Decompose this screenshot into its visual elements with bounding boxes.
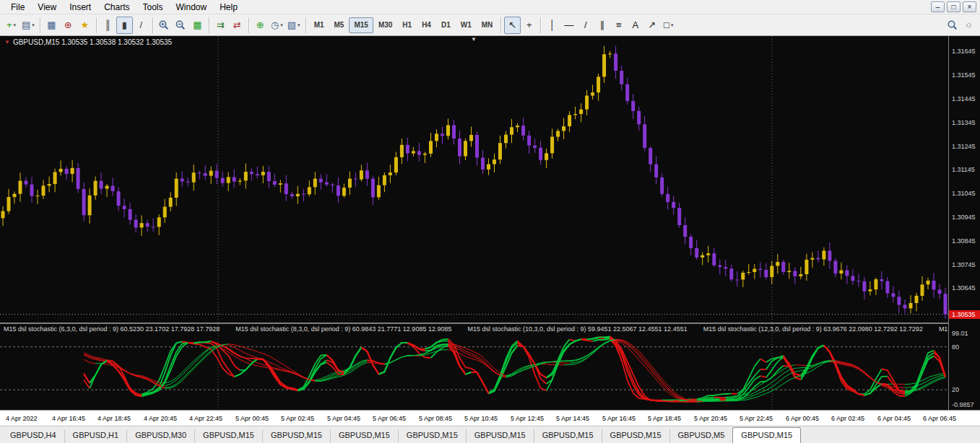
timeframe-h1-button[interactable]: H1	[397, 17, 417, 33]
indicator-label: M15 dsl stochastic (8,3,0, dsl period : …	[235, 325, 451, 333]
periods-button[interactable]: ◷▾	[269, 17, 285, 34]
vertical-line-button[interactable]: │	[544, 17, 560, 34]
indicator-pane[interactable]: M15 dsl stochastic (6,3,0, dsl period : …	[0, 324, 948, 410]
auto-scroll-button[interactable]: ⇉	[212, 17, 229, 34]
ellipse-button[interactable]: ○	[961, 17, 977, 34]
toolbar-separator	[500, 17, 501, 33]
toolbar-separator	[540, 17, 541, 33]
line-chart-button[interactable]: /	[133, 17, 149, 34]
market-watch-button[interactable]: ▦	[43, 17, 60, 34]
indicator-label: M15 dsl stochastic (10,3,0, dsl period :…	[467, 325, 687, 333]
menu-help[interactable]: Help	[213, 1, 244, 14]
chart-tab[interactable]: GBPUSD,M15	[331, 429, 399, 443]
indicator-label: M15 dsl stochastic (12,3,0, dsl period :…	[703, 325, 923, 333]
text-button[interactable]: A	[627, 17, 643, 34]
chart-tab[interactable]: GBPUSD,M15	[602, 429, 670, 443]
price-axis[interactable]: 1.316451.315451.314451.313451.312451.311…	[948, 36, 980, 410]
menu-view[interactable]: View	[31, 1, 63, 14]
vertical-line-icon: │	[550, 20, 555, 30]
timeframe-mn-button[interactable]: MN	[477, 17, 498, 33]
menu-insert[interactable]: Insert	[63, 1, 97, 14]
favorites-button[interactable]: ★	[77, 17, 93, 34]
close-button[interactable]: ×	[963, 1, 976, 12]
mt4-window: FileViewInsertChartsToolsWindowHelp–□× +…	[0, 0, 980, 443]
new-chart-button[interactable]: +▾	[3, 17, 19, 34]
window-controls: –□×	[931, 1, 980, 12]
symbol-ohlc-text: GBPUSD,M15 1.30535 1.30538 1.30532 1.305…	[13, 38, 172, 46]
trendline-button[interactable]: /	[577, 17, 594, 34]
timeframe-m30-button[interactable]: M30	[373, 17, 397, 33]
arrows-button[interactable]: ↗	[643, 17, 660, 34]
chart-tab[interactable]: GBPUSD,M15	[195, 429, 263, 443]
grid-button[interactable]: ▦	[189, 17, 206, 34]
chart-panes: ▼ GBPUSD,M15 1.30535 1.30538 1.30532 1.3…	[0, 36, 948, 410]
time-axis-label: 5 Apr 18:45	[648, 415, 681, 422]
search-button[interactable]	[944, 17, 961, 34]
indicator-label: M15 dsl sto	[939, 325, 948, 333]
chart-tab-active[interactable]: GBPUSD,M15	[732, 427, 801, 443]
cursor-button[interactable]: ↖	[504, 17, 521, 34]
chart-tab[interactable]: GBPUSD,H1	[65, 429, 128, 443]
bar-chart-button[interactable]: ║	[100, 17, 116, 34]
candlestick-svg[interactable]	[0, 36, 948, 323]
templates-button[interactable]: ▧▾	[285, 17, 303, 34]
timeframe-w1-button[interactable]: W1	[456, 17, 477, 33]
candlestick-chart-button[interactable]: ▮	[116, 17, 133, 34]
timeframe-h4-button[interactable]: H4	[417, 17, 436, 33]
menu-tools[interactable]: Tools	[136, 1, 170, 14]
new-order-button[interactable]: ⊕	[60, 17, 77, 34]
zoom-out-icon	[175, 19, 186, 31]
market-watch-icon: ▦	[47, 20, 56, 30]
time-axis-label: 5 Apr 00:45	[235, 415, 269, 422]
menu-charts[interactable]: Charts	[97, 1, 136, 14]
minimize-button[interactable]: –	[931, 1, 945, 12]
horizontal-line-button[interactable]: —	[560, 17, 577, 34]
fibonacci-icon: ≡	[616, 20, 622, 30]
price-axis-label: 1.31245	[952, 143, 976, 150]
stochastic-svg[interactable]	[0, 324, 948, 410]
dropdown-arrow-icon: ▾	[280, 22, 283, 28]
auto-scroll-icon: ⇉	[217, 20, 225, 30]
time-axis-label: 6 Apr 02:45	[831, 415, 864, 422]
chart-tab[interactable]: GBPUSD,M30	[127, 429, 195, 443]
crosshair-icon: +	[526, 20, 532, 30]
chart-shift-button[interactable]: ⇄	[229, 17, 246, 34]
time-axis-label: 4 Apr 18:45	[97, 415, 131, 422]
zoom-in-button[interactable]	[156, 17, 173, 34]
channel-button[interactable]: ∥	[594, 17, 610, 34]
fibonacci-button[interactable]: ≡	[610, 17, 627, 34]
dropdown-arrow-icon: ▾	[671, 22, 674, 28]
chart-shift-icon: ⇄	[233, 20, 241, 30]
price-axis-label: 1.30945	[952, 214, 976, 221]
zoom-in-icon	[158, 19, 170, 31]
chart-tab[interactable]: GBPUSD,H4	[2, 429, 65, 443]
chart-shift-marker[interactable]: ▼	[471, 36, 477, 43]
time-axis-label: 5 Apr 08:45	[419, 415, 452, 422]
price-chart-pane[interactable]: ▼ GBPUSD,M15 1.30535 1.30538 1.30532 1.3…	[0, 36, 948, 323]
timeframe-m5-button[interactable]: M5	[329, 17, 350, 33]
chart-window: ▼ GBPUSD,M15 1.30535 1.30538 1.30532 1.3…	[0, 36, 980, 410]
chart-tabs-bar: GBPUSD,H4GBPUSD,H1GBPUSD,M30GBPUSD,M15GB…	[0, 426, 980, 443]
timeframe-m1-button[interactable]: M1	[309, 17, 329, 33]
shapes-button[interactable]: □▾	[660, 17, 677, 34]
zoom-out-button[interactable]	[173, 17, 189, 34]
timeframe-m15-button[interactable]: M15	[349, 17, 373, 33]
chart-tab[interactable]: GBPUSD,M15	[534, 429, 602, 443]
profiles-button[interactable]: ▤▾	[19, 17, 37, 34]
restore-button[interactable]: □	[947, 1, 961, 12]
dropdown-arrow-icon: ▾	[298, 22, 300, 28]
crosshair-button[interactable]: +	[521, 17, 537, 34]
menu-bar: FileViewInsertChartsToolsWindowHelp–□×	[0, 0, 980, 14]
indicator-scale-label: 99.01	[952, 330, 968, 337]
indicators-button[interactable]: ⊕	[252, 17, 269, 34]
timeframe-d1-button[interactable]: D1	[436, 17, 456, 33]
chart-tab[interactable]: GBPUSD,M5	[670, 429, 734, 443]
chart-tab[interactable]: GBPUSD,M15	[467, 429, 534, 443]
menu-window[interactable]: Window	[170, 1, 214, 14]
chart-tab[interactable]: GBPUSD,M15	[399, 429, 467, 443]
time-axis[interactable]: 4 Apr 20224 Apr 16:454 Apr 18:454 Apr 20…	[0, 410, 980, 426]
chart-tab[interactable]: GBPUSD,M15	[263, 429, 331, 443]
time-axis-label: 5 Apr 14:45	[556, 415, 589, 422]
menu-file[interactable]: File	[4, 1, 31, 14]
time-axis-label: 5 Apr 22:45	[740, 415, 773, 422]
